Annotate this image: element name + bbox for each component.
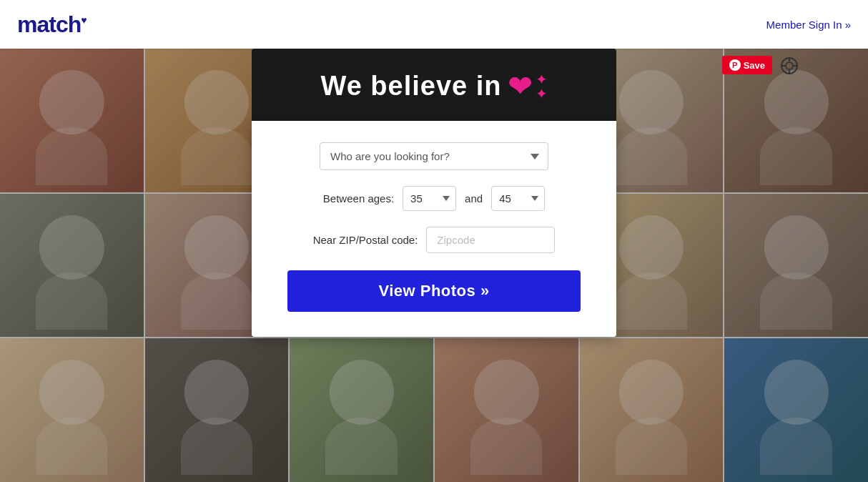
photo-cell-12: [724, 194, 868, 338]
photo-cell-13: [0, 338, 144, 482]
member-signin-link[interactable]: Member Sign In »: [766, 19, 851, 31]
modal-overlay: We believe in ❤ ✦✦ Who are you looking f…: [252, 49, 616, 337]
believe-banner: We believe in ❤ ✦✦: [252, 49, 616, 121]
age-from-select[interactable]: 1819202122232425262728293031323334353637…: [403, 186, 456, 211]
photo-cell-7: [0, 194, 144, 338]
between-ages-label: Between ages:: [323, 192, 394, 205]
logo-heart: ♥: [81, 14, 86, 26]
pinterest-save-label: Save: [744, 60, 765, 71]
logo: match♥: [17, 11, 87, 38]
ages-row: Between ages: 18192021222324252627282930…: [287, 186, 581, 211]
zip-label: Near ZIP/Postal code:: [313, 234, 418, 246]
looking-for-row: Who are you looking for? A woman A man E…: [287, 142, 581, 170]
and-label: and: [465, 192, 483, 205]
age-to-select[interactable]: 1819202122232425262728293031323334353637…: [491, 186, 545, 211]
photo-cell-1: [0, 49, 144, 192]
photo-cell-18: [724, 338, 868, 482]
photo-cell-16: [435, 338, 578, 482]
logo-text: match: [17, 11, 81, 37]
photo-cell-17: [580, 338, 724, 482]
zip-row: Near ZIP/Postal code:: [287, 227, 581, 253]
svg-point-1: [786, 62, 793, 69]
photo-cell-15: [290, 338, 433, 482]
zip-input[interactable]: [426, 227, 555, 253]
sparkles-decoration: ✦✦: [536, 72, 548, 101]
believe-heart-icon: ❤: [508, 69, 533, 104]
photo-cell-14: [145, 338, 289, 482]
looking-for-select[interactable]: Who are you looking for? A woman A man E…: [320, 142, 548, 170]
believe-text: We believe in: [320, 71, 501, 102]
header: match♥ Member Sign In »: [0, 0, 868, 49]
target-icon[interactable]: [779, 56, 799, 76]
view-photos-button[interactable]: View Photos »: [287, 270, 581, 312]
pinterest-save-button[interactable]: Save: [722, 56, 772, 74]
form-panel: Who are you looking for? A woman A man E…: [252, 121, 616, 337]
